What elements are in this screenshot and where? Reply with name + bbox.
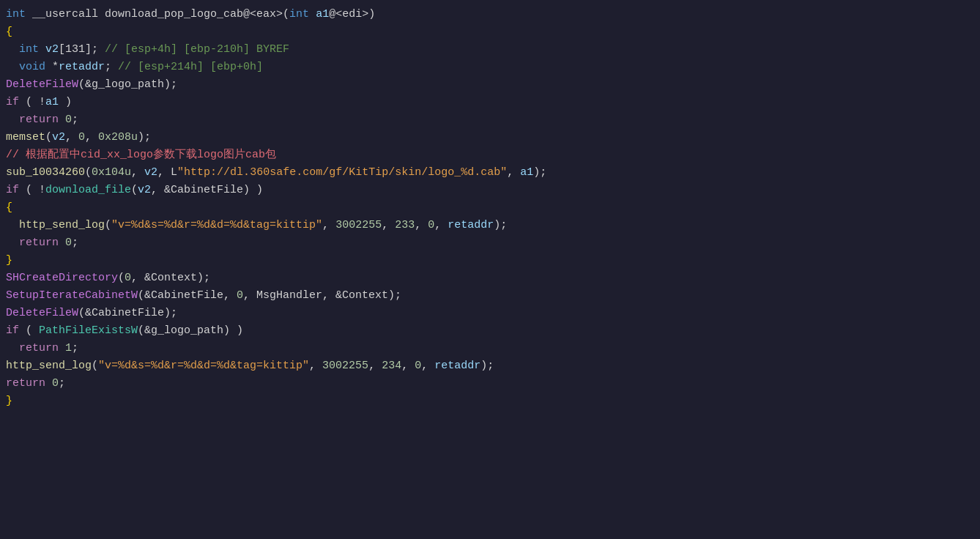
code-line-24: }: [6, 393, 968, 410]
code-line-6: DeleteFileW(&g_logo_path);: [6, 76, 968, 94]
code-line-7: if ( !a1 ): [6, 94, 968, 111]
code-viewer: int __usercall download_pop_logo_cab@<ea…: [0, 0, 980, 539]
code-line-22: http_send_log("v=%d&s=%d&r=%d&d=%d&tag=k…: [6, 357, 968, 375]
code-line-1: int __usercall download_pop_logo_cab@<ea…: [6, 6, 968, 23]
code-line-8: return 0;: [6, 111, 968, 129]
code-line-10: // 根据配置中cid_xx_logo参数下载logo图片cab包: [6, 146, 968, 164]
code-line-20: if ( PathFileExistsW(&g_logo_path) ): [6, 322, 968, 340]
code-line-2: {: [6, 23, 968, 41]
code-line-9: memset(v2, 0, 0x208u);: [6, 129, 968, 146]
code-line-14: http_send_log("v=%d&s=%d&r=%d&d=%d&tag=k…: [6, 217, 968, 234]
code-line-3: int v2[131]; // [esp+4h] [ebp-210h] BYRE…: [6, 41, 968, 59]
code-line-19: DeleteFileW(&CabinetFile);: [6, 305, 968, 322]
code-line-4: void *retaddr; // [esp+214h] [ebp+0h]: [6, 59, 968, 76]
code-line-16: }: [6, 252, 968, 270]
code-line-11: sub_10034260(0x104u, v2, L"http://dl.360…: [6, 164, 968, 182]
code-line-23: return 0;: [6, 375, 968, 393]
code-line-21: return 1;: [6, 340, 968, 357]
code-line-17: SHCreateDirectory(0, &Context);: [6, 270, 968, 287]
code-line-12: if ( !download_file(v2, &CabinetFile) ): [6, 182, 968, 199]
code-line-13: {: [6, 199, 968, 217]
code-line-15: return 0;: [6, 234, 968, 252]
code-line-18: SetupIterateCabinetW(&CabinetFile, 0, Ms…: [6, 287, 968, 305]
